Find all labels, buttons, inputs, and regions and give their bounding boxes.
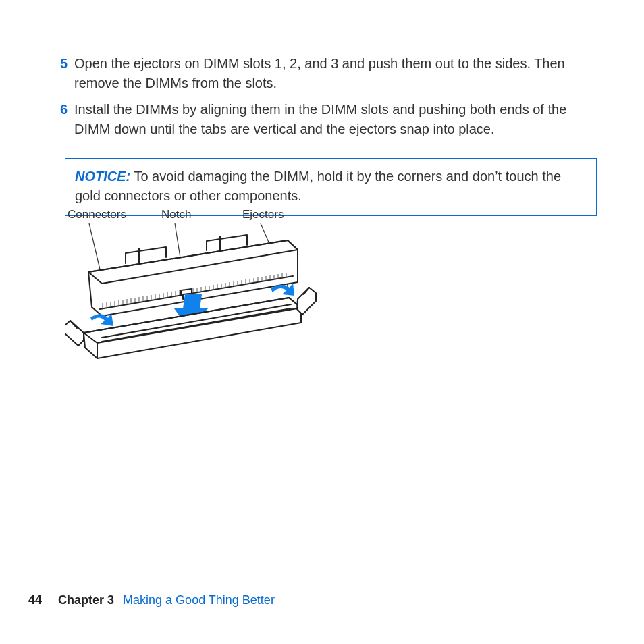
content-column: 5 Open the ejectors on DIMM slots 1, 2, … [55,54,597,216]
page-footer: 44 Chapter 3 Making a Good Thing Better [28,593,603,608]
document-page: 5 Open the ejectors on DIMM slots 1, 2, … [0,0,644,644]
step-item: 5 Open the ejectors on DIMM slots 1, 2, … [55,54,597,93]
dimm-illustration [65,208,321,378]
step-item: 6 Install the DIMMs by aligning them in … [55,100,597,139]
footer-chapter: Chapter 3 Making a Good Thing Better [58,593,275,608]
label-ejectors: Ejectors [242,208,284,221]
step-text: Open the ejectors on DIMM slots 1, 2, an… [74,54,597,93]
dimm-figure: Connectors Notch Ejectors [65,208,321,378]
notice-label: NOTICE: [75,169,130,184]
page-number: 44 [28,593,42,608]
step-number: 5 [55,54,68,74]
chapter-label: Chapter 3 [58,593,114,607]
step-number: 6 [55,100,68,119]
notice-text: To avoid damaging the DIMM, hold it by t… [75,169,561,203]
label-notch: Notch [161,208,191,221]
step-text: Install the DIMMs by aligning them in th… [74,100,597,139]
label-connectors: Connectors [68,208,126,221]
chapter-title: Making a Good Thing Better [123,593,275,607]
